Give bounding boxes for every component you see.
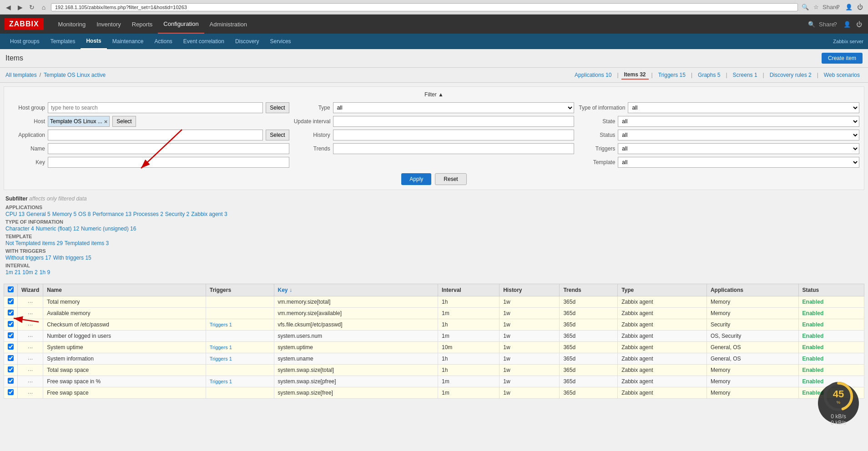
- key-input[interactable]: [48, 157, 289, 168]
- row-name-7[interactable]: Free swap space in %: [43, 376, 206, 387]
- row-checkbox-5[interactable]: [8, 355, 14, 361]
- trigger-link-5[interactable]: Triggers 1: [210, 356, 232, 361]
- header-checkbox[interactable]: [4, 284, 18, 296]
- back-button[interactable]: ◀: [4, 3, 13, 12]
- subfilter-numeric-float[interactable]: Numeric (float) 12: [36, 226, 79, 232]
- home-button[interactable]: ⌂: [39, 3, 48, 12]
- nav-discovery[interactable]: Discovery: [230, 34, 265, 49]
- header-name[interactable]: Name: [43, 284, 206, 296]
- search-icon[interactable]: 🔍: [801, 3, 810, 12]
- subfilter-processes[interactable]: Processes 2: [133, 211, 163, 217]
- trigger-link-4[interactable]: Triggers 1: [210, 345, 232, 350]
- nav-reports[interactable]: Reports: [126, 15, 158, 34]
- row-actions-4[interactable]: ···: [18, 342, 43, 353]
- type-select[interactable]: all: [333, 102, 575, 113]
- row-triggers-5[interactable]: Triggers 1: [206, 353, 274, 365]
- reset-button[interactable]: Reset: [435, 173, 466, 185]
- row-checkbox-4[interactable]: [8, 344, 14, 350]
- subfilter-security[interactable]: Security 2: [165, 211, 189, 217]
- host-group-select-btn[interactable]: Select: [266, 102, 289, 113]
- application-select-btn[interactable]: Select: [266, 130, 289, 140]
- user-icon[interactable]: 👤: [844, 3, 853, 12]
- row-action-dots-5[interactable]: ···: [28, 355, 33, 362]
- create-item-button[interactable]: Create item: [822, 53, 863, 64]
- row-triggers-7[interactable]: Triggers 1: [206, 376, 274, 387]
- row-checkbox-8[interactable]: [8, 389, 14, 395]
- row-actions-3[interactable]: ···: [18, 331, 43, 342]
- subfilter-cpu[interactable]: CPU 13: [5, 211, 25, 217]
- filter-header[interactable]: Filter ▲: [9, 91, 859, 98]
- reload-button[interactable]: ↻: [27, 3, 36, 12]
- row-action-dots-1[interactable]: ···: [28, 310, 33, 317]
- header-interval[interactable]: Interval: [438, 284, 499, 296]
- row-checkbox-7[interactable]: [8, 378, 14, 384]
- breadcrumb-template-os-linux[interactable]: Template OS Linux active: [44, 72, 106, 78]
- subfilter-1h[interactable]: 1h 9: [40, 269, 50, 276]
- header-type[interactable]: Type: [618, 284, 707, 296]
- subfilter-with-triggers[interactable]: With triggers 15: [53, 255, 91, 261]
- trigger-link-7[interactable]: Triggers 1: [210, 379, 232, 384]
- tab-discovery-rules[interactable]: Discovery rules 2: [767, 71, 814, 79]
- row-action-dots-2[interactable]: ···: [28, 321, 33, 328]
- nav-actions[interactable]: Actions: [149, 34, 177, 49]
- host-group-input[interactable]: [48, 102, 263, 113]
- power-icon-top[interactable]: ⏻: [854, 20, 863, 29]
- subfilter-numeric-unsigned[interactable]: Numeric (unsigned) 16: [81, 226, 136, 232]
- row-checkbox-0[interactable]: [8, 298, 14, 304]
- subfilter-templated[interactable]: Templated items 3: [65, 240, 109, 246]
- apply-button[interactable]: Apply: [401, 173, 431, 185]
- forward-button[interactable]: ▶: [15, 3, 25, 12]
- nav-maintenance[interactable]: Maintenance: [107, 34, 149, 49]
- row-checkbox-3[interactable]: [8, 332, 14, 338]
- nav-monitoring[interactable]: Monitoring: [53, 15, 91, 34]
- power-icon[interactable]: ⏻: [855, 3, 864, 12]
- nav-administration[interactable]: Administration: [204, 15, 252, 34]
- template-select[interactable]: all: [618, 157, 859, 168]
- row-triggers-2[interactable]: Triggers 1: [206, 319, 274, 331]
- subfilter-without-triggers[interactable]: Without triggers 17: [5, 255, 51, 261]
- row-actions-7[interactable]: ···: [18, 376, 43, 387]
- subfilter-character[interactable]: Character 4: [5, 226, 34, 232]
- row-actions-0[interactable]: ···: [18, 296, 43, 308]
- status-select[interactable]: all: [618, 130, 859, 140]
- row-action-dots-6[interactable]: ···: [28, 366, 33, 374]
- nav-hosts[interactable]: Hosts: [81, 34, 106, 49]
- nav-services[interactable]: Services: [265, 34, 297, 49]
- question-icon-top[interactable]: ?: [831, 20, 840, 29]
- nav-configuration[interactable]: Configuration: [158, 15, 204, 34]
- row-action-dots-4[interactable]: ···: [28, 344, 33, 351]
- row-action-dots-7[interactable]: ···: [28, 378, 33, 385]
- row-triggers-4[interactable]: Triggers 1: [206, 342, 274, 353]
- row-action-dots-3[interactable]: ···: [28, 332, 33, 340]
- host-select-btn[interactable]: Select: [112, 116, 136, 127]
- breadcrumb-all-templates[interactable]: All templates: [5, 72, 37, 78]
- header-status[interactable]: Status: [798, 284, 864, 296]
- help-icon[interactable]: ?: [833, 3, 843, 12]
- search-icon-top[interactable]: 🔍: [807, 20, 816, 29]
- trends-input[interactable]: [333, 143, 575, 154]
- nav-templates[interactable]: Templates: [45, 34, 81, 49]
- tab-graphs[interactable]: Graphs 5: [695, 71, 723, 79]
- state-select[interactable]: all: [618, 116, 859, 127]
- application-input[interactable]: [48, 130, 263, 140]
- subfilter-os[interactable]: OS 8: [78, 211, 91, 217]
- share-button[interactable]: Share: [823, 3, 832, 12]
- row-checkbox-2[interactable]: [8, 321, 14, 327]
- row-actions-8[interactable]: ···: [18, 387, 43, 399]
- subfilter-zabbix-agent[interactable]: Zabbix agent 3: [191, 211, 227, 217]
- row-checkbox-6[interactable]: [8, 366, 14, 372]
- row-action-dots-8[interactable]: ···: [28, 389, 33, 396]
- row-actions-5[interactable]: ···: [18, 353, 43, 365]
- history-input[interactable]: [333, 130, 575, 140]
- nav-event-correlation[interactable]: Event correlation: [178, 34, 230, 49]
- row-name-4[interactable]: System uptime: [43, 342, 206, 353]
- header-applications[interactable]: Applications: [707, 284, 798, 296]
- update-interval-input[interactable]: [333, 116, 574, 127]
- select-all-checkbox[interactable]: [8, 286, 14, 292]
- header-key[interactable]: Key ↓: [274, 284, 438, 296]
- bookmark-icon[interactable]: ☆: [812, 3, 821, 12]
- header-trends[interactable]: Trends: [560, 284, 618, 296]
- header-history[interactable]: History: [500, 284, 560, 296]
- nav-host-groups[interactable]: Host groups: [5, 34, 45, 49]
- tab-applications[interactable]: Applications 10: [572, 71, 614, 79]
